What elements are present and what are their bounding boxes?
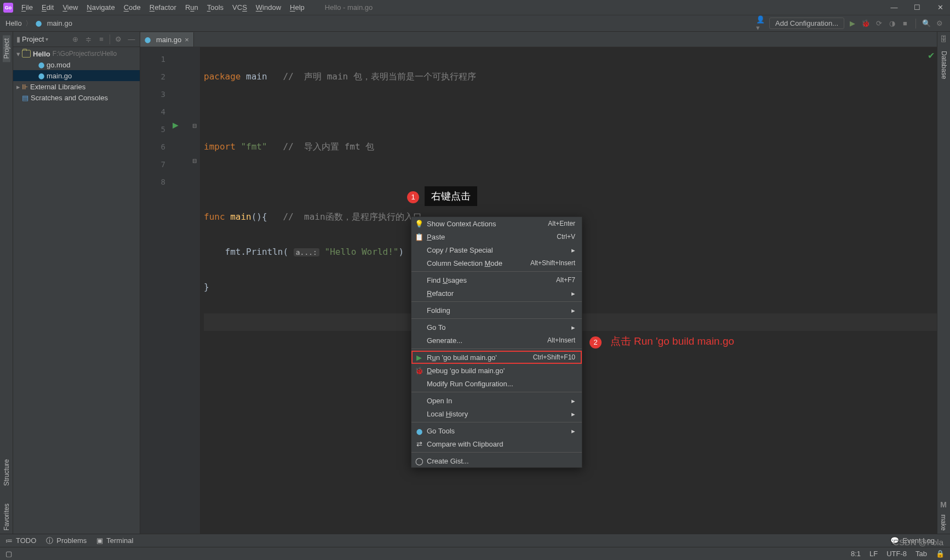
annotation-2: 2 点击 Run 'go build main.go: [590, 334, 734, 348]
expand-icon[interactable]: ≑: [83, 35, 93, 44]
project-title-combo[interactable]: ▮ Project ▾: [16, 35, 48, 43]
tab-label: main.go: [156, 36, 181, 44]
user-icon[interactable]: 👤▾: [756, 19, 766, 28]
go-file-icon: ⬤: [38, 62, 44, 68]
run-line-icon[interactable]: ▶: [173, 121, 179, 129]
tree-file-gomod[interactable]: ⬤ go.mod: [13, 59, 140, 70]
minimize-button[interactable]: —: [888, 3, 901, 12]
ctx-item[interactable]: Generate...Alt+Insert: [411, 334, 582, 347]
menu-edit[interactable]: Edit: [38, 2, 58, 13]
panel-settings-icon[interactable]: ⚙: [113, 35, 123, 44]
window-title: Hello - main.go: [325, 3, 373, 12]
bb-problems[interactable]: ⓘProblems: [46, 536, 87, 546]
ctx-item[interactable]: Open In▸: [411, 394, 582, 407]
debug-icon[interactable]: 🐞: [861, 19, 871, 28]
ctx-item[interactable]: ⇄Compare with Clipboard: [411, 437, 582, 450]
collapse-icon[interactable]: ≡: [96, 35, 106, 44]
ctx-item[interactable]: Copy / Paste Special▸: [411, 243, 582, 256]
bottom-tool-bar: ≔TODO ⓘProblems ▣Terminal 💬Event Log: [0, 534, 950, 547]
bb-todo[interactable]: ≔TODO: [5, 536, 36, 545]
tree-scratches[interactable]: ▤ Scratches and Consoles: [13, 92, 140, 103]
go-file-icon: ⬤: [36, 20, 42, 26]
tab-favorites[interactable]: Favorites: [3, 500, 10, 534]
breadcrumb: Hello 〉 ⬤ main.go: [5, 19, 72, 28]
make-icon[interactable]: M: [940, 500, 947, 509]
right-tool-stripe: 🗄 Database: [937, 32, 950, 547]
status-indent[interactable]: Tab: [915, 550, 927, 558]
menu-help[interactable]: Help: [286, 2, 308, 13]
nav-bar: Hello 〉 ⬤ main.go 👤▾ Add Configuration..…: [0, 15, 950, 32]
ctx-item[interactable]: Find UsagesAlt+F7: [411, 273, 582, 287]
error-stripe: ✔: [928, 47, 937, 547]
ctx-item[interactable]: Modify Run Configuration...: [411, 377, 582, 390]
project-header: ▮ Project ▾ ⊕ ≑ ≡ ⚙ —: [13, 32, 140, 47]
ctx-item[interactable]: Folding▸: [411, 304, 582, 317]
bb-terminal[interactable]: ▣Terminal: [96, 536, 133, 545]
ctx-item[interactable]: 📋PasteCtrl+V: [411, 230, 582, 243]
status-encoding[interactable]: UTF-8: [886, 550, 907, 558]
stop-icon[interactable]: ■: [900, 19, 910, 28]
library-icon: ⊪: [22, 83, 28, 91]
menu-view[interactable]: View: [59, 2, 82, 13]
close-icon[interactable]: ×: [185, 36, 189, 44]
folder-icon: [22, 50, 31, 58]
menu-bar: File Edit View Navigate Code Refactor Ru…: [18, 0, 308, 15]
maximize-button[interactable]: ☐: [911, 3, 924, 12]
context-menu: 💡Show Context ActionsAlt+Enter📋PasteCtrl…: [411, 216, 582, 468]
analysis-ok-icon: ✔: [928, 50, 935, 61]
menu-run[interactable]: Run: [181, 2, 202, 13]
tab-structure[interactable]: Structure: [3, 456, 10, 489]
app-icon: Go: [3, 3, 13, 13]
menu-refactor[interactable]: Refactor: [146, 2, 180, 13]
search-icon[interactable]: 🔍: [922, 19, 931, 28]
bb-event-log[interactable]: 💬Event Log: [890, 536, 935, 545]
run-icon[interactable]: ▶: [848, 19, 857, 28]
menu-navigate[interactable]: Navigate: [83, 2, 118, 13]
coverage-icon[interactable]: ⟳: [874, 19, 884, 28]
project-tree: ▾ Hello F:\GoProject\src\Hello ⬤ go.mod …: [13, 47, 140, 104]
breadcrumb-project[interactable]: Hello: [5, 19, 22, 27]
tree-file-maingo[interactable]: ⬤ main.go: [13, 70, 140, 81]
scratch-icon: ▤: [22, 94, 28, 102]
title-bar: Go File Edit View Navigate Code Refactor…: [0, 0, 950, 15]
locate-icon[interactable]: ⊕: [70, 35, 80, 44]
add-configuration-button[interactable]: Add Configuration...: [769, 18, 844, 29]
gutter: 12345678: [140, 47, 170, 547]
status-lock-icon[interactable]: 🔒: [936, 550, 945, 558]
tab-bar: ⬤ main.go ×: [140, 32, 937, 47]
fold-gutter: ⊟ ⊟: [191, 47, 201, 547]
tree-root[interactable]: ▾ Hello F:\GoProject\src\Hello: [13, 48, 140, 59]
tab-main-go[interactable]: ⬤ main.go ×: [140, 32, 194, 47]
close-button[interactable]: ✕: [934, 3, 947, 12]
status-quick-list-icon[interactable]: ▢: [5, 550, 12, 558]
go-file-icon: ⬤: [145, 37, 151, 43]
panel-hide-icon[interactable]: —: [127, 35, 136, 44]
status-bar: ▢ 8:1 LF UTF-8 Tab 🔒: [0, 547, 950, 560]
ctx-item[interactable]: Refactor▸: [411, 287, 582, 300]
status-caret[interactable]: 8:1: [851, 550, 861, 558]
status-sep[interactable]: LF: [869, 550, 878, 558]
menu-file[interactable]: File: [18, 2, 37, 13]
tab-make[interactable]: make: [940, 511, 947, 534]
tab-project[interactable]: Project: [3, 35, 10, 62]
profile-icon[interactable]: ◑: [887, 19, 897, 28]
ctx-item[interactable]: 💡Show Context ActionsAlt+Enter: [411, 217, 582, 230]
ctx-item[interactable]: Go To▸: [411, 321, 582, 334]
settings-icon[interactable]: ⚙: [935, 19, 945, 28]
tab-database[interactable]: Database: [940, 48, 948, 82]
menu-window[interactable]: Window: [252, 2, 285, 13]
tree-external-libs[interactable]: ▸ ⊪ External Libraries: [13, 81, 140, 92]
ctx-item[interactable]: Column Selection ModeAlt+Shift+Insert: [411, 256, 582, 270]
menu-code[interactable]: Code: [120, 2, 145, 13]
database-icon[interactable]: 🗄: [940, 35, 947, 43]
menu-vcs[interactable]: VCS: [228, 2, 251, 13]
ctx-item[interactable]: 🐞Debug 'go build main.go': [411, 364, 582, 377]
menu-tools[interactable]: Tools: [203, 2, 227, 13]
breadcrumb-file[interactable]: main.go: [47, 19, 72, 27]
ctx-item[interactable]: ▶Run 'go build main.go'Ctrl+Shift+F10: [411, 351, 582, 364]
ctx-item[interactable]: ⬤Go Tools▸: [411, 424, 582, 437]
run-gutter: ▶: [170, 47, 191, 547]
annotation-1: 1 右键点击: [407, 186, 477, 206]
ctx-item[interactable]: ◯Create Gist...: [411, 454, 582, 467]
ctx-item[interactable]: Local History▸: [411, 407, 582, 420]
